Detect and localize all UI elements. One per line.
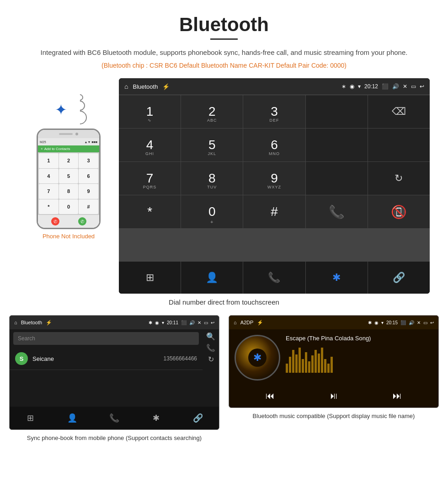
pb-bt-bottom-icon[interactable]: ✱ [135,407,177,429]
dial-empty-1 [306,95,368,128]
dial-call-green[interactable]: 📞 [306,195,368,228]
phone-key-4[interactable]: 4 [39,169,59,184]
music-card: ⌂ A2DP ⚡ ✱ ◉ ▾ 20:15 ⬛ 🔊 ✕ ▭ ↩ [229,315,439,443]
dial-key-star[interactable]: * [119,195,181,228]
add-contact-label: Add to Contacts [44,147,70,151]
arc3 [70,108,90,127]
phone-end-call-btn[interactable]: ✆ [51,217,59,225]
main-section: ✦ M25 ▲▼ ■■■ + Add to Contacts [0,78,448,294]
dial-empty-4 [306,162,368,195]
pb-bottom-bar: ⊞ 👤 📞 ✱ 🔗 [10,407,219,429]
play-pause-btn[interactable]: ⏯ [329,391,338,401]
dialpad-grid-icon[interactable]: ⊞ [119,262,181,294]
pb-contacts-icon[interactable]: 👤 [52,407,94,429]
viz-bar-13 [324,359,326,373]
dial-key-2[interactable]: 2 ABC [181,95,243,128]
pb-main: Search S Seicane 13566664466 🔍 📞 ↻ [10,329,219,407]
pb-call-icon[interactable]: 📞 [93,407,135,429]
dial-bottom-bar: ⊞ 👤 📞 ✱ 🔗 [119,262,430,294]
viz-bar-6 [302,359,304,373]
phone-key-star[interactable]: * [39,199,59,215]
pb-contact-name: Seicane [32,355,164,362]
music-main: ✱ Escape (The Pina Colada Song) [229,329,438,386]
music-controls: ⏮ ⏯ ⏭ [229,386,438,408]
phone-image: M25 ▲▼ ■■■ + Add to Contacts 1 2 3 4 5 6… [37,129,101,229]
phone-key-2[interactable]: 2 [59,153,79,168]
dial-key-4[interactable]: 4 GHI [119,129,181,161]
phone-key-0[interactable]: 0 [59,199,79,215]
pb-search-placeholder: Search [18,335,35,342]
music-close-icon[interactable]: ✕ [417,320,421,325]
hangup-icon: 📵 [391,204,407,220]
dial-sub-3: DEF [270,118,279,123]
android-top-bar: ⌂ Bluetooth ⚡ ∗ ◉ ▾ 20:12 ⬛ 🔊 ✕ ▭ ↩ [119,78,430,95]
music-song-title: Escape (The Pina Colada Song) [286,335,433,342]
phone-dialpad: 1 2 3 4 5 6 7 8 9 * 0 # [38,152,99,215]
phone-key-hash[interactable]: # [79,199,98,215]
album-bt-icon: ✱ [248,349,267,367]
dial-key-5[interactable]: 5 JKL [181,129,243,161]
viz-bar-9 [311,355,314,373]
music-caption-text: Bluetooth music compatible (Support disp… [253,413,415,419]
phone-speaker [59,133,73,135]
pb-refresh-icon[interactable]: ↻ [208,355,214,364]
pb-home-icon[interactable]: ⌂ [14,320,17,325]
dial-key-hash[interactable]: # [243,195,305,228]
phone-call-btn[interactable]: ✆ [78,217,86,225]
phone-key-6[interactable]: 6 [79,169,98,184]
pb-close-icon[interactable]: ✕ [197,320,201,325]
dial-sub-1: ∿ [148,118,152,123]
dial-key-8[interactable]: 8 TUV [181,162,243,195]
dial-hangup-red[interactable]: 📵 [368,195,430,228]
pb-contact-avatar: S [15,352,28,365]
phonebook-caption-text: Sync phone-book from mobile phone (Suppo… [27,435,202,441]
viz-bar-5 [299,348,301,373]
pb-top-bar: ⌂ Bluetooth ⚡ ✱ ◉ ▾ 20:11 ⬛ 🔊 ✕ ▭ ↩ [10,316,219,329]
home-icon[interactable]: ⌂ [124,83,128,90]
pb-search-icon[interactable]: 🔍 [206,332,215,341]
dial-refresh[interactable]: ↻ [368,162,430,195]
dial-key-3[interactable]: 3 DEF [243,95,305,128]
contacts-icon[interactable]: 👤 [181,262,243,294]
dial-empty-2 [306,129,368,161]
back-icon[interactable]: ↩ [420,83,424,90]
music-home-icon[interactable]: ⌂ [234,320,237,325]
phone-not-included: Phone Not Included [43,233,95,240]
pb-contact-row[interactable]: S Seicane 13566664466 [10,348,203,370]
dial-sub-8: TUV [207,185,217,189]
dial-key-9[interactable]: 9 WXYZ [243,162,305,195]
dial-key-6[interactable]: 6 MNO [243,129,305,161]
music-top-left: ⌂ A2DP ⚡ [234,320,263,326]
phone-bottom-bar: ✆ ✆ [38,215,99,228]
dial-key-7[interactable]: 7 PQRS [119,162,181,195]
pb-link-icon[interactable]: 🔗 [177,407,219,429]
phone-key-5[interactable]: 5 [59,169,79,184]
phone-key-7[interactable]: 7 [39,184,59,199]
pb-phone-icon[interactable]: 📞 [206,343,215,352]
phone-key-8[interactable]: 8 [59,184,79,199]
music-back-icon[interactable]: ↩ [430,320,434,325]
bt-status-icon: ∗ [341,83,346,90]
dial-sub-7: PQRS [143,185,157,189]
usb-icon: ⚡ [162,83,170,90]
pb-back-icon[interactable]: ↩ [211,320,214,325]
pb-search[interactable]: Search [13,332,199,345]
android-app-name: Bluetooth [133,83,158,90]
phone-key-9[interactable]: 9 [79,184,98,199]
music-window-icon: ▭ [423,320,427,325]
pb-grid-icon[interactable]: ⊞ [10,407,52,429]
phone-key-3[interactable]: 3 [79,153,98,168]
close-icon[interactable]: ✕ [403,83,407,90]
prev-track-btn[interactable]: ⏮ [266,391,275,401]
link-icon[interactable]: 🔗 [368,262,430,294]
music-screenshot: ⌂ A2DP ⚡ ✱ ◉ ▾ 20:15 ⬛ 🔊 ✕ ▭ ↩ [229,315,439,408]
next-track-btn[interactable]: ⏭ [393,391,402,401]
album-art: ✱ [235,335,280,381]
dial-backspace[interactable]: ⌫ [368,95,430,128]
bluetooth-bt-icon[interactable]: ✱ [306,262,368,294]
phone-key-1[interactable]: 1 [39,153,59,168]
dial-key-0[interactable]: 0 + [181,195,243,228]
phone-call-icon[interactable]: 📞 [243,262,305,294]
dial-key-1[interactable]: 1 ∿ [119,95,181,128]
pb-vol-icon: 🔊 [189,320,195,325]
